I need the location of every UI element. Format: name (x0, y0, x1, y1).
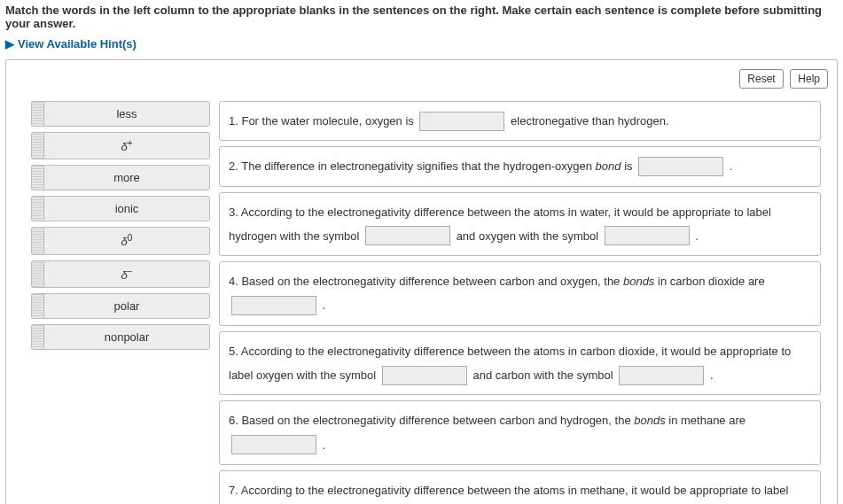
word-tile-polar[interactable]: polar (31, 293, 210, 319)
sentence-text: and oxygen with the symbol (453, 229, 602, 243)
word-label: δ+ (43, 132, 210, 159)
drag-grip-icon (31, 132, 43, 159)
sentence-text: 2. The difference in electronegativity s… (229, 159, 596, 173)
triangle-right-icon: ▶ (5, 37, 14, 50)
drop-blank[interactable] (619, 366, 704, 385)
sentence-italic: bonds (623, 275, 654, 288)
instructions-text: Match the words in the left column to th… (0, 0, 843, 35)
drag-grip-icon (31, 196, 43, 221)
word-tile-nonpolar[interactable]: nonpolar (31, 324, 210, 350)
sentence-text: is (621, 159, 636, 173)
sentence-7: 7. According to the electronegativity di… (219, 470, 821, 504)
help-button[interactable]: Help (790, 69, 828, 89)
drag-grip-icon (31, 260, 43, 288)
drop-blank[interactable] (419, 112, 504, 131)
sentence-text: 6. Based on the electronegativity differ… (229, 414, 634, 427)
sentence-5: 5. According to the electronegativity di… (219, 331, 821, 396)
word-label: δ− (43, 260, 210, 288)
sentence-text: in carbon dioxide are (654, 275, 764, 288)
drag-grip-icon (31, 293, 43, 319)
sentence-text: . (706, 368, 713, 382)
drag-grip-icon (31, 227, 43, 254)
drag-grip-icon (31, 324, 43, 350)
sentence-2: 2. The difference in electronegativity s… (219, 146, 821, 186)
sentence-6: 6. Based on the electronegativity differ… (219, 400, 821, 465)
sentence-text: . (692, 229, 699, 243)
word-tile-delta-minus[interactable]: δ− (31, 260, 210, 288)
view-hints-link[interactable]: ▶View Available Hint(s) (0, 35, 843, 59)
word-tile-delta-plus[interactable]: δ+ (31, 132, 210, 159)
sentence-text: and carbon with the symbol (470, 368, 616, 382)
word-label: ionic (43, 196, 210, 221)
word-label: polar (43, 293, 210, 319)
word-label: less (43, 101, 210, 127)
sentence-italic: bonds (634, 414, 665, 427)
sentence-3: 3. According to the electronegativity di… (219, 192, 821, 257)
word-label: nonpolar (43, 324, 210, 350)
drop-blank[interactable] (638, 157, 723, 176)
drop-blank[interactable] (365, 226, 450, 245)
sentence-italic: bond (596, 159, 621, 173)
word-tile-more[interactable]: more (31, 165, 210, 190)
drop-blank[interactable] (231, 435, 316, 454)
exercise-panel: Reset Help less δ+ more ionic δ0 δ− pola… (5, 59, 838, 504)
sentence-text: . (319, 438, 325, 452)
sentence-1: 1. For the water molecule, oxygen is ele… (219, 101, 821, 141)
sentence-text: 4. Based on the electronegativity differ… (229, 275, 623, 288)
sentence-text: . (726, 159, 732, 173)
drop-blank[interactable] (231, 296, 316, 315)
hints-label: View Available Hint(s) (18, 37, 137, 50)
sentences-column: 1. For the water molecule, oxygen is ele… (219, 101, 828, 504)
drop-blank[interactable] (605, 226, 690, 245)
sentence-text: 7. According to the electronegativity di… (229, 484, 788, 504)
word-bank: less δ+ more ionic δ0 δ− polar nonpolar (15, 101, 219, 355)
word-tile-delta-zero[interactable]: δ0 (31, 227, 210, 254)
drag-grip-icon (31, 165, 43, 190)
sentence-text: . (319, 299, 325, 312)
word-tile-less[interactable]: less (31, 101, 210, 127)
word-label: δ0 (43, 227, 210, 254)
drop-blank[interactable] (382, 366, 467, 385)
sentence-text: in methane are (666, 414, 745, 427)
sentence-text: electronegative than hydrogen. (507, 114, 668, 128)
drag-grip-icon (31, 101, 43, 127)
sentence-4: 4. Based on the electronegativity differ… (219, 261, 821, 326)
word-tile-ionic[interactable]: ionic (31, 196, 210, 221)
word-label: more (43, 165, 210, 190)
sentence-text: 1. For the water molecule, oxygen is (229, 114, 417, 128)
reset-button[interactable]: Reset (739, 69, 783, 89)
